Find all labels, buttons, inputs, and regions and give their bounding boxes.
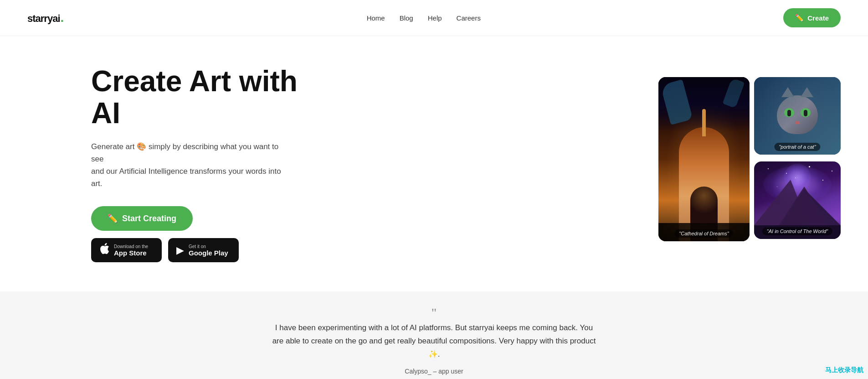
google-play-large-label: Google Play (189, 249, 228, 257)
hero-images: "Cathedral of Dreams" (658, 77, 841, 241)
navbar: starryai . Home Blog Help Careers ✏️ Cre… (0, 0, 868, 36)
apple-icon (99, 243, 109, 258)
logo-text: starryai (27, 13, 60, 25)
nav-link-home[interactable]: Home (367, 14, 385, 22)
store-buttons: Download on the App Store ▶ Get it on Go… (91, 238, 328, 262)
app-store-small-label: Download on the (114, 244, 148, 249)
nav-create-button[interactable]: ✏️ Create (783, 8, 841, 27)
hero-left: Create Art with AI Generate art 🎨 simply… (91, 65, 328, 263)
testimonial-section: " I have been experimenting with a lot o… (0, 291, 868, 379)
cathedral-illustration: "Cathedral of Dreams" (658, 77, 750, 241)
cat-image-card: "portrait of a cat" (754, 77, 841, 155)
nav-link-help[interactable]: Help (428, 14, 442, 22)
app-store-text: Download on the App Store (114, 244, 148, 257)
app-store-large-label: App Store (114, 249, 148, 257)
hero-subtitle-line2: and our Artificial Intelligence transfor… (91, 167, 281, 188)
hero-section: Create Art with AI Generate art 🎨 simply… (0, 36, 868, 291)
hero-title: Create Art with AI (91, 65, 328, 130)
play-icon: ▶ (176, 244, 184, 256)
google-play-small-label: Get it on (189, 244, 228, 249)
hero-subtitle: Generate art 🎨 simply by describing what… (91, 140, 292, 190)
nav-link-careers[interactable]: Careers (457, 14, 481, 22)
nav-link-blog[interactable]: Blog (400, 14, 413, 22)
logo: starryai . (27, 11, 64, 25)
quote-mark: " (9, 310, 859, 316)
create-button-label: Create (807, 14, 829, 22)
start-creating-button[interactable]: ✏️ Start Creating (91, 206, 193, 231)
cathedral-label: "Cathedral of Dreams" (674, 229, 733, 238)
hero-buttons: ✏️ Start Creating Download on the App St… (91, 206, 328, 262)
testimonial-author: Calypso_ – app user (9, 368, 859, 375)
pencil-icon: ✏️ (795, 14, 804, 22)
space-image-card: "AI in Control of The World" (754, 161, 841, 239)
google-play-text: Get it on Google Play (189, 244, 228, 257)
nav-links: Home Blog Help Careers (367, 14, 481, 22)
app-store-button[interactable]: Download on the App Store (91, 238, 162, 262)
pencil-emoji-icon: ✏️ (108, 213, 118, 223)
hero-subtitle-line1: Generate art 🎨 simply by describing what… (91, 142, 278, 163)
testimonial-text: I have been experimenting with a lot of … (270, 322, 598, 361)
corner-watermark: 马上收录导航 (825, 366, 863, 374)
start-creating-label: Start Creating (122, 214, 176, 223)
cat-label: "portrait of a cat" (774, 143, 820, 151)
logo-dot: . (61, 11, 64, 24)
space-label: "AI in Control of The World" (762, 227, 832, 235)
google-play-button[interactable]: ▶ Get it on Google Play (168, 238, 239, 262)
cathedral-image-card: "Cathedral of Dreams" (658, 77, 750, 241)
